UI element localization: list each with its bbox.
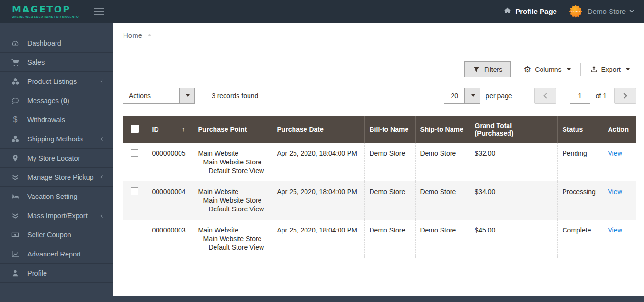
select-all-header[interactable] xyxy=(123,116,147,143)
actions-dropdown[interactable]: Actions xyxy=(123,88,195,104)
caret-down-icon xyxy=(567,68,571,70)
columns-control[interactable]: ⚙ Columns xyxy=(517,65,577,74)
view-order-link[interactable]: View xyxy=(608,150,622,157)
sidebar: DashboardSalesProduct ListingsMessages (… xyxy=(0,23,113,302)
actions-dropdown-button[interactable] xyxy=(179,88,194,103)
chevron-right-icon xyxy=(621,93,627,98)
cell-grand-total: $45.00 xyxy=(470,220,557,258)
cell-bill-to-name: Demo Store xyxy=(364,143,415,181)
total-pages-label: of 1 xyxy=(596,92,607,100)
sidebar-item-advanced-report[interactable]: Advanced Report xyxy=(0,244,113,264)
row-checkbox[interactable] xyxy=(131,187,138,195)
sidebar-item-label: Shipping Methods xyxy=(27,135,83,143)
filters-button[interactable]: Filters xyxy=(464,61,511,77)
cell-bill-to-name: Demo Store xyxy=(364,181,415,220)
sidebar-item-label: Product Listings xyxy=(27,78,77,85)
select-all-checkbox[interactable] xyxy=(131,125,139,133)
profile-page-label: Profile Page xyxy=(515,7,557,15)
column-header-bill-to-name[interactable]: Bill-to Name xyxy=(364,116,415,143)
row-checkbox[interactable] xyxy=(131,226,138,233)
cell-grand-total: $34.00 xyxy=(470,181,557,220)
table-row: 000000005Main WebsiteMain Website StoreD… xyxy=(123,143,636,181)
column-header-ship-to-name[interactable]: Ship-to Name xyxy=(415,116,470,143)
sidebar-item-label: Messages (0) xyxy=(27,97,69,105)
pagination: 20 per page of 1 xyxy=(444,88,636,104)
cell-action: View xyxy=(603,181,636,220)
column-header-id[interactable]: ID↑ xyxy=(147,116,193,143)
cell-purchase-point: Main WebsiteMain Website StoreDefault St… xyxy=(193,181,272,220)
cell-purchase-date: Apr 25, 2020, 18:04:00 PM xyxy=(272,220,364,258)
view-order-link[interactable]: View xyxy=(608,226,622,234)
breadcrumb: Home xyxy=(113,23,644,48)
cell-id: 000000005 xyxy=(147,143,193,181)
cell-ship-to-name: Demo Store xyxy=(415,181,470,220)
column-header-purchase-date[interactable]: Purchase Date xyxy=(272,116,364,143)
per-page-dropdown[interactable]: 20 xyxy=(444,88,480,104)
comment-icon xyxy=(11,97,20,105)
menu-toggle-button[interactable] xyxy=(94,8,104,15)
sidebar-item-my-store-locator[interactable]: My Store Locator xyxy=(0,149,113,168)
per-page-dropdown-button[interactable] xyxy=(464,88,480,103)
chevron-left-icon xyxy=(101,213,104,217)
sidebar-item-label: Withdrawals xyxy=(27,116,65,124)
chevron-left-icon xyxy=(543,93,549,98)
home-icon xyxy=(504,7,511,16)
cell-select xyxy=(123,181,147,220)
cell-purchase-point: Main WebsiteMain Website StoreDefault St… xyxy=(193,220,272,258)
cell-purchase-date: Apr 25, 2020, 18:04:00 PM xyxy=(272,181,364,220)
sidebar-item-withdrawals[interactable]: $Withdrawals xyxy=(0,110,113,129)
column-header-grand-total-purchased[interactable]: Grand Total (Purchased) xyxy=(470,116,557,143)
sidebar-item-dashboard[interactable]: Dashboard xyxy=(0,34,113,53)
sidebar-item-label: My Store Locator xyxy=(27,154,80,162)
sidebar-item-mass-import-export[interactable]: Mass Import/Export xyxy=(0,206,113,225)
sidebar-item-label: Seller Coupon xyxy=(27,231,71,239)
sidebar-item-label: Mass Import/Export xyxy=(27,212,88,220)
caret-down-icon xyxy=(186,94,190,97)
columns-label: Columns xyxy=(535,66,561,73)
breadcrumb-home-link[interactable]: Home xyxy=(123,31,142,39)
grid-header-row: ID↑Purchase PointPurchase DateBill-to Na… xyxy=(123,116,636,143)
profile-page-link[interactable]: Profile Page xyxy=(504,7,557,16)
chevron-left-icon xyxy=(101,79,104,83)
previous-page-button[interactable] xyxy=(534,88,556,104)
sidebar-item-manage-store-pickup[interactable]: Manage Store Pickup xyxy=(0,168,113,187)
sidebar-item-sales[interactable]: Sales xyxy=(0,53,113,72)
topbar-right: Profile Page DEMO Demo Store xyxy=(504,5,644,18)
next-page-button[interactable] xyxy=(614,88,636,104)
view-order-link[interactable]: View xyxy=(608,188,622,196)
column-header-action[interactable]: Action xyxy=(603,116,636,143)
current-page-input[interactable] xyxy=(570,88,590,104)
cell-ship-to-name: Demo Store xyxy=(415,143,470,181)
map-marker-icon xyxy=(11,154,20,162)
sidebar-item-label: Manage Store Pickup xyxy=(27,174,94,181)
cell-status: Complete xyxy=(557,220,603,258)
cart-icon xyxy=(11,58,20,66)
export-control[interactable]: Export xyxy=(584,66,636,73)
caret-down-icon xyxy=(626,68,630,70)
sidebar-item-seller-coupon[interactable]: Seller Coupon xyxy=(0,225,113,244)
logo-title: MAGETOP xyxy=(12,5,82,14)
cell-purchase-date: Apr 25, 2020, 18:04:00 PM xyxy=(272,143,364,181)
column-header-status[interactable]: Status xyxy=(557,116,603,143)
store-switcher[interactable]: DEMO Demo Store xyxy=(569,5,633,18)
sidebar-item-label: Sales xyxy=(27,58,45,66)
cell-status: Processing xyxy=(557,181,603,220)
sidebar-item-shipping-methods[interactable]: Shipping Methods xyxy=(0,129,113,149)
sidebar-item-profile[interactable]: Profile xyxy=(0,264,113,283)
chevron-left-icon xyxy=(101,175,104,179)
hamburger-icon xyxy=(94,8,104,9)
sidebar-item-messages[interactable]: Messages (0) xyxy=(0,91,113,110)
sidebar-item-product-listings[interactable]: Product Listings xyxy=(0,72,113,91)
row-checkbox[interactable] xyxy=(131,149,138,157)
gear-icon: ⚙ xyxy=(523,65,531,74)
dollar-icon: $ xyxy=(11,116,20,124)
logo[interactable]: MAGETOP ONLINE WEB SOLUTIONS FOR MAGENTO xyxy=(0,5,82,18)
cell-id: 000000004 xyxy=(147,181,193,220)
table-row: 000000003Main WebsiteMain Website StoreD… xyxy=(123,220,636,258)
column-header-purchase-point[interactable]: Purchase Point xyxy=(193,116,272,143)
cubes-icon xyxy=(11,78,20,85)
chevron-left-icon xyxy=(101,137,104,140)
top-header: MAGETOP ONLINE WEB SOLUTIONS FOR MAGENTO… xyxy=(0,0,644,23)
sidebar-item-vacation-setting[interactable]: Vacation Setting xyxy=(0,187,113,206)
cell-action: View xyxy=(603,143,636,181)
